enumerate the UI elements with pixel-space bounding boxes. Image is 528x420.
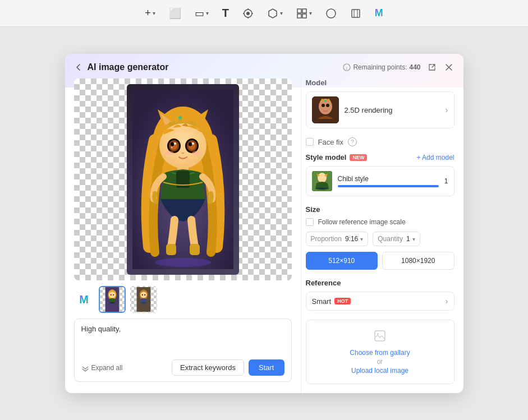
svg-point-23 [190, 121, 192, 123]
reference-group: Reference Smart HOT › [306, 279, 454, 311]
reference-hot-badge: HOT [334, 298, 351, 304]
toolbar: + ▾ ⬜ ▭ ▾ T ▾ ▾ [0, 0, 528, 27]
thumbnail-2[interactable] [130, 286, 157, 313]
svg-point-36 [165, 151, 174, 155]
pen-icon [242, 8, 254, 19]
shape-tool[interactable]: ▾ [264, 6, 286, 21]
crop-tool[interactable] [347, 6, 365, 21]
style-model-header: Style model NEW + Add model [306, 153, 454, 161]
face-fix-row: Face fix ? [306, 137, 454, 146]
style-model-new-badge: NEW [350, 154, 367, 161]
proportion-select[interactable]: Proportion 9:16 ▾ [306, 232, 369, 246]
extract-keywords-button[interactable]: Extract keywords [172, 359, 244, 376]
rectangle-tool[interactable]: ▭ ▾ [191, 5, 212, 22]
svg-rect-60 [375, 331, 385, 341]
svg-rect-7 [297, 9, 301, 13]
svg-point-1 [246, 12, 250, 15]
expand-all-button[interactable]: Expand all [81, 364, 123, 372]
style-name: Chibi style [338, 175, 439, 183]
text-tool[interactable]: T [219, 4, 232, 22]
external-link-button[interactable] [426, 62, 438, 73]
svg-point-33 [174, 142, 176, 145]
svg-point-32 [189, 142, 192, 146]
ai-image-panel: AI image generator i Remaining points: 4… [65, 54, 463, 393]
size-group: Size Follow reference image scale Propor… [306, 205, 454, 270]
svg-text:i: i [347, 66, 348, 71]
add-dropdown-icon: ▾ [153, 10, 155, 16]
frame-icon: ⬜ [169, 7, 181, 20]
size-option-1[interactable]: 512×910 [306, 252, 378, 270]
svg-point-47 [112, 294, 113, 296]
svg-point-42 [155, 258, 211, 267]
upload-area: Choose from gallary or Upload local imag… [306, 320, 454, 384]
thumbnails-row: M [74, 286, 292, 313]
thumbnail-1[interactable] [99, 286, 126, 313]
face-fix-help-icon[interactable]: ? [348, 137, 357, 146]
image-canvas [74, 79, 292, 280]
circle-tool[interactable] [322, 6, 340, 21]
svg-point-45 [109, 292, 116, 298]
follow-ref-checkbox[interactable] [306, 218, 314, 226]
ai-icon: M [375, 7, 383, 19]
rectangle-dropdown-icon: ▾ [206, 10, 209, 16]
reference-selector[interactable]: Smart HOT › [306, 292, 454, 311]
svg-rect-9 [297, 14, 301, 18]
proportion-label: Proportion [311, 235, 342, 243]
style-info: Chibi style [338, 175, 439, 187]
size-label: Size [306, 205, 454, 214]
frame-tool[interactable]: ⬜ [166, 5, 185, 22]
expand-icon [81, 364, 89, 372]
svg-point-21 [178, 116, 182, 119]
ai-tool[interactable]: M [371, 5, 387, 21]
svg-rect-10 [302, 14, 306, 18]
svg-point-35 [171, 147, 172, 149]
quantity-label: Quantity [378, 235, 403, 243]
rectangle-icon: ▭ [195, 7, 204, 20]
back-button[interactable] [74, 63, 83, 72]
upload-icon [315, 329, 445, 345]
add-model-button[interactable]: + Add model [416, 154, 454, 161]
prompt-text[interactable]: High quality, [81, 325, 284, 353]
settings-section: Model [301, 79, 463, 393]
close-button[interactable] [443, 62, 454, 73]
model-selector[interactable]: 2.5D rendering › [306, 91, 454, 128]
grid-tool[interactable]: ▾ [293, 6, 315, 21]
model-thumbnail [312, 96, 339, 123]
svg-point-57 [324, 100, 327, 102]
style-model-label: Style model [306, 153, 347, 161]
svg-point-59 [318, 173, 327, 183]
circle-icon [325, 8, 337, 19]
face-fix-checkbox[interactable] [306, 138, 314, 146]
svg-marker-6 [269, 9, 277, 18]
shape-icon [267, 8, 278, 19]
model-group: Model [306, 79, 454, 128]
grid-icon [296, 8, 307, 19]
follow-ref-label: Follow reference image scale [318, 218, 406, 226]
prompt-section[interactable]: High quality, Expand all Extract keyword… [74, 319, 292, 382]
crop-icon [350, 8, 361, 19]
style-model-group: Style model NEW + Add model [306, 153, 454, 196]
style-slider[interactable] [338, 185, 439, 187]
panel-body: M [65, 79, 463, 393]
ai-thumbnail-icon[interactable]: M [74, 289, 94, 310]
pen-tool[interactable] [239, 6, 257, 21]
add-tool[interactable]: + ▾ [141, 5, 159, 21]
style-item: Chibi style 1 [306, 166, 454, 196]
text-icon: T [222, 7, 229, 20]
start-button[interactable]: Start [249, 359, 284, 376]
style-value: 1 [444, 177, 448, 185]
remaining-points: i Remaining points: 440 [343, 63, 420, 71]
panel-title: AI image generator [88, 62, 169, 72]
quantity-select[interactable]: Quantity 1 ▾ [373, 232, 420, 246]
upload-local-link[interactable]: Upload local image [315, 367, 445, 375]
panel-header-right: i Remaining points: 440 [343, 62, 454, 73]
svg-point-46 [110, 294, 111, 296]
main-area: AI image generator i Remaining points: 4… [0, 27, 528, 420]
size-option-2[interactable]: 1080×1920 [382, 252, 454, 270]
svg-rect-12 [352, 10, 360, 17]
upload-or-label: or [315, 358, 445, 366]
chibi-figure [132, 90, 233, 269]
choose-from-gallery-link[interactable]: Choose from gallary [315, 349, 445, 357]
svg-point-11 [327, 9, 336, 18]
reference-chevron-icon: › [446, 297, 448, 306]
